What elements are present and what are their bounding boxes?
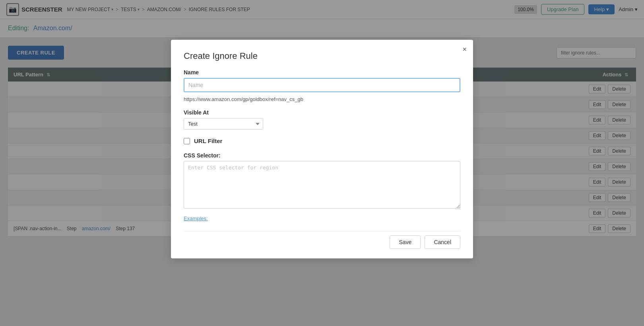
cancel-button[interactable]: Cancel bbox=[425, 235, 460, 244]
create-ignore-rule-modal: × Create Ignore Rule Name https://www.am… bbox=[171, 40, 473, 244]
css-selector-label: CSS Selector: bbox=[184, 152, 460, 159]
css-selector-textarea[interactable] bbox=[184, 161, 460, 209]
examples-link[interactable]: Examples: bbox=[184, 215, 208, 221]
modal-close-button[interactable]: × bbox=[462, 45, 467, 54]
visible-at-select[interactable]: Test All Baseline bbox=[184, 118, 263, 130]
save-button[interactable]: Save bbox=[390, 235, 421, 244]
url-filter-checkbox[interactable] bbox=[184, 138, 190, 144]
url-text: https://www.amazon.com/gp/goldbox/ref=na… bbox=[184, 96, 460, 102]
name-input[interactable] bbox=[184, 78, 460, 92]
url-filter-row: URL Filter bbox=[184, 138, 460, 144]
url-filter-label: URL Filter bbox=[194, 138, 222, 144]
modal-overlay[interactable]: × Create Ignore Rule Name https://www.am… bbox=[0, 0, 644, 244]
modal-footer: Save Cancel bbox=[184, 231, 460, 244]
name-label: Name bbox=[184, 69, 460, 76]
visible-at-label: Visible At bbox=[184, 109, 460, 116]
modal-title: Create Ignore Rule bbox=[184, 51, 460, 61]
